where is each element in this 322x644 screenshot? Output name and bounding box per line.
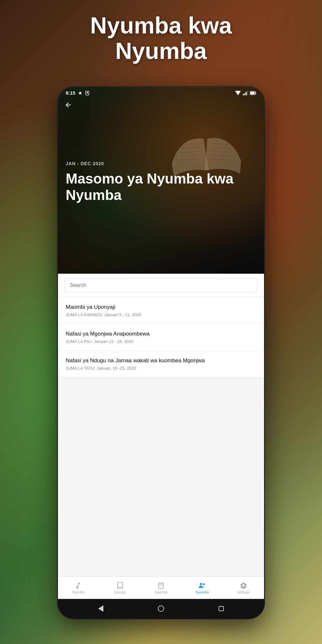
battery-icon xyxy=(250,91,256,95)
hero-date-range: JAN - DEC 2020 xyxy=(66,161,104,166)
android-back-button[interactable] xyxy=(96,604,106,613)
recents-square-icon xyxy=(219,606,224,611)
svg-rect-21 xyxy=(251,92,255,94)
svg-rect-16 xyxy=(244,93,245,95)
wifi-icon xyxy=(235,91,241,95)
nav-label-settings: Settings xyxy=(237,590,250,594)
status-left: 8:15 xyxy=(66,90,90,96)
nav-label-kalenda: Kalenda xyxy=(155,590,167,594)
gear-icon xyxy=(240,582,247,589)
home-circle-icon xyxy=(158,605,164,612)
svg-rect-13 xyxy=(87,92,88,93)
nav-item-liturgia[interactable]: Liturgia xyxy=(99,582,140,594)
svg-marker-14 xyxy=(235,91,241,95)
time-display: 8:15 xyxy=(66,90,75,96)
android-recents-button[interactable] xyxy=(216,604,226,613)
sim-icon xyxy=(85,91,90,95)
svg-marker-11 xyxy=(78,91,82,95)
page-title: Nyumba kwa Nyumba xyxy=(0,13,322,64)
status-bar: 8:15 xyxy=(58,87,264,98)
phone-frame: 8:15 xyxy=(58,87,264,618)
content-area: Maombi ya Uponyaji JUMA LA KWANZA: Janua… xyxy=(58,274,264,576)
signal-icon xyxy=(243,91,248,95)
bottom-navigation: Nyimbo Liturgia Kalenda xyxy=(58,576,264,599)
list-item[interactable]: Nafasi ya Ndugu na Jamaa wakati wa kuomb… xyxy=(58,351,264,377)
nav-item-settings[interactable]: Settings xyxy=(223,582,264,594)
music-note-icon xyxy=(75,582,82,589)
list-item[interactable]: Maombi ya Uponyaji JUMA LA KWANZA: Janua… xyxy=(58,297,264,324)
nav-label-nyimbo: Nyimbo xyxy=(72,590,84,594)
list-item-subtitle: JUMA LA TATU: Januari, 19 -25, 2020 xyxy=(66,366,256,371)
list-item-subtitle: JUMA LA PILI: Januari 12 - 18, 2020 xyxy=(66,339,256,344)
search-bar-container xyxy=(58,274,264,297)
people-icon xyxy=(198,582,206,589)
svg-point-27 xyxy=(203,583,205,585)
back-triangle-icon xyxy=(98,605,103,612)
list-item[interactable]: Nafasi ya Mgonjwa Anapoombewa JUMA LA PI… xyxy=(58,324,264,351)
nav-label-liturgia: Liturgia xyxy=(114,590,126,594)
nav-item-nyumba[interactable]: Nyumba xyxy=(182,582,223,594)
hero-section: 8:15 xyxy=(58,87,264,274)
list-item-subtitle: JUMA LA KWANZA: Januari 5 - 11, 2020 xyxy=(66,312,256,317)
list-item-title: Nafasi ya Mgonjwa Anapoombewa xyxy=(66,330,256,337)
notification-icon xyxy=(78,91,82,95)
list-item-title: Nafasi ya Ndugu na Jamaa wakati wa kuomb… xyxy=(66,357,256,364)
android-nav-bar xyxy=(58,599,264,618)
svg-point-26 xyxy=(200,583,202,585)
nav-item-nyimbo[interactable]: Nyimbo xyxy=(58,582,99,594)
search-input[interactable] xyxy=(64,278,258,292)
svg-rect-22 xyxy=(158,583,164,588)
svg-rect-18 xyxy=(247,91,248,95)
status-right xyxy=(235,91,256,95)
list-item-title: Maombi ya Uponyaji xyxy=(66,304,256,311)
nav-label-nyumba: Nyumba xyxy=(196,590,209,594)
svg-rect-15 xyxy=(243,94,244,95)
calendar-icon xyxy=(157,582,165,589)
svg-rect-20 xyxy=(256,92,256,94)
back-button[interactable] xyxy=(64,101,72,111)
hero-title: Masomo ya Nyumba kwa Nyumba xyxy=(66,171,256,203)
nav-item-kalenda[interactable]: Kalenda xyxy=(140,582,182,594)
android-home-button[interactable] xyxy=(156,604,166,613)
svg-rect-17 xyxy=(246,92,247,95)
book-icon xyxy=(116,582,123,589)
